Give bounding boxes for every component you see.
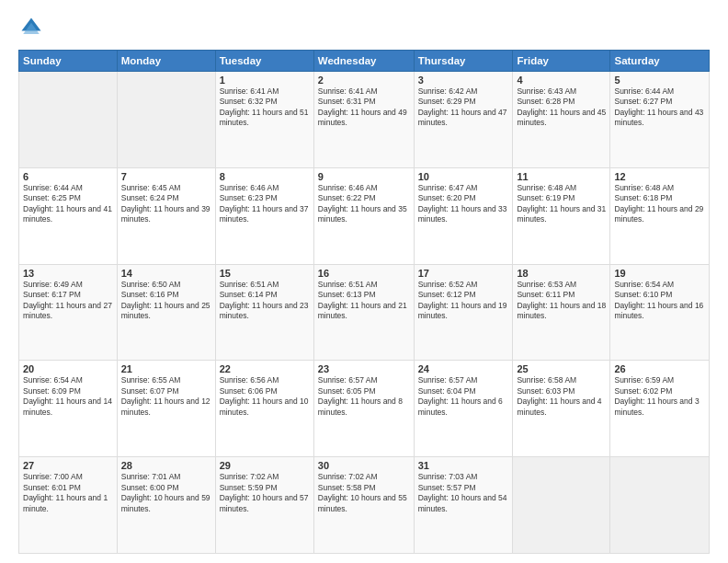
- weekday-header-sunday: Sunday: [19, 51, 118, 72]
- day-number: 16: [318, 268, 410, 279]
- day-number: 21: [121, 363, 211, 374]
- day-info: Sunrise: 7:00 AM Sunset: 6:01 PM Dayligh…: [23, 472, 113, 514]
- day-number: 31: [418, 460, 509, 471]
- day-number: 19: [614, 268, 705, 279]
- calendar-cell: 7Sunrise: 6:45 AM Sunset: 6:24 PM Daylig…: [117, 167, 215, 264]
- calendar-cell: 8Sunrise: 6:46 AM Sunset: 6:23 PM Daylig…: [215, 167, 313, 264]
- day-info: Sunrise: 6:51 AM Sunset: 6:14 PM Dayligh…: [220, 280, 310, 322]
- logo: [18, 15, 48, 40]
- day-info: Sunrise: 6:44 AM Sunset: 6:25 PM Dayligh…: [23, 183, 113, 225]
- calendar-cell: 11Sunrise: 6:48 AM Sunset: 6:19 PM Dayli…: [513, 167, 610, 264]
- calendar-cell: [513, 457, 610, 554]
- calendar-cell: 30Sunrise: 7:02 AM Sunset: 5:58 PM Dayli…: [313, 457, 414, 554]
- calendar-cell: 20Sunrise: 6:54 AM Sunset: 6:09 PM Dayli…: [19, 361, 118, 457]
- day-number: 5: [614, 75, 705, 86]
- calendar-cell: 2Sunrise: 6:41 AM Sunset: 6:31 PM Daylig…: [313, 72, 414, 168]
- calendar-cell: [19, 72, 118, 168]
- day-info: Sunrise: 6:48 AM Sunset: 6:19 PM Dayligh…: [517, 183, 606, 225]
- day-info: Sunrise: 6:59 AM Sunset: 6:02 PM Dayligh…: [614, 375, 705, 418]
- calendar-week-5: 27Sunrise: 7:00 AM Sunset: 6:01 PM Dayli…: [19, 457, 710, 554]
- calendar-cell: 13Sunrise: 6:49 AM Sunset: 6:17 PM Dayli…: [19, 264, 118, 361]
- day-info: Sunrise: 7:02 AM Sunset: 5:58 PM Dayligh…: [318, 472, 410, 514]
- day-info: Sunrise: 6:46 AM Sunset: 6:23 PM Dayligh…: [220, 183, 310, 225]
- day-number: 12: [614, 171, 705, 182]
- calendar-cell: [117, 72, 215, 168]
- calendar-cell: 10Sunrise: 6:47 AM Sunset: 6:20 PM Dayli…: [414, 167, 513, 264]
- day-info: Sunrise: 6:45 AM Sunset: 6:24 PM Dayligh…: [121, 183, 211, 225]
- calendar-cell: 9Sunrise: 6:46 AM Sunset: 6:22 PM Daylig…: [313, 167, 414, 264]
- day-number: 15: [220, 268, 310, 279]
- day-number: 29: [220, 460, 310, 471]
- day-number: 30: [318, 460, 410, 471]
- day-number: 4: [517, 75, 606, 86]
- day-info: Sunrise: 7:01 AM Sunset: 6:00 PM Dayligh…: [121, 472, 211, 514]
- calendar-cell: 17Sunrise: 6:52 AM Sunset: 6:12 PM Dayli…: [414, 264, 513, 361]
- day-number: 25: [517, 363, 606, 374]
- calendar-cell: 28Sunrise: 7:01 AM Sunset: 6:00 PM Dayli…: [117, 457, 215, 554]
- calendar-cell: 3Sunrise: 6:42 AM Sunset: 6:29 PM Daylig…: [414, 72, 513, 168]
- calendar-week-2: 6Sunrise: 6:44 AM Sunset: 6:25 PM Daylig…: [19, 167, 710, 264]
- calendar-week-1: 1Sunrise: 6:41 AM Sunset: 6:32 PM Daylig…: [19, 72, 710, 168]
- day-number: 23: [318, 363, 410, 374]
- day-number: 28: [121, 460, 211, 471]
- weekday-header-thursday: Thursday: [414, 51, 513, 72]
- calendar-cell: 14Sunrise: 6:50 AM Sunset: 6:16 PM Dayli…: [117, 264, 215, 361]
- calendar-cell: 5Sunrise: 6:44 AM Sunset: 6:27 PM Daylig…: [610, 72, 710, 168]
- day-number: 8: [220, 171, 310, 182]
- day-info: Sunrise: 6:47 AM Sunset: 6:20 PM Dayligh…: [418, 183, 509, 225]
- calendar-cell: 15Sunrise: 6:51 AM Sunset: 6:14 PM Dayli…: [215, 264, 313, 361]
- day-info: Sunrise: 6:55 AM Sunset: 6:07 PM Dayligh…: [121, 375, 211, 418]
- day-number: 13: [23, 268, 113, 279]
- day-number: 20: [23, 363, 113, 374]
- day-number: 17: [418, 268, 509, 279]
- day-info: Sunrise: 6:51 AM Sunset: 6:13 PM Dayligh…: [318, 280, 410, 322]
- calendar-cell: 21Sunrise: 6:55 AM Sunset: 6:07 PM Dayli…: [117, 361, 215, 457]
- calendar-header: SundayMondayTuesdayWednesdayThursdayFrid…: [19, 51, 710, 72]
- day-info: Sunrise: 6:43 AM Sunset: 6:28 PM Dayligh…: [517, 86, 606, 129]
- day-number: 26: [614, 363, 705, 374]
- day-info: Sunrise: 6:52 AM Sunset: 6:12 PM Dayligh…: [418, 280, 509, 322]
- day-number: 9: [318, 171, 410, 182]
- day-number: 11: [517, 171, 606, 182]
- day-number: 18: [517, 268, 606, 279]
- calendar-cell: 12Sunrise: 6:48 AM Sunset: 6:18 PM Dayli…: [610, 167, 710, 264]
- weekday-header-friday: Friday: [513, 51, 610, 72]
- day-info: Sunrise: 6:57 AM Sunset: 6:05 PM Dayligh…: [318, 375, 410, 418]
- calendar-cell: 24Sunrise: 6:57 AM Sunset: 6:04 PM Dayli…: [414, 361, 513, 457]
- calendar-cell: 16Sunrise: 6:51 AM Sunset: 6:13 PM Dayli…: [313, 264, 414, 361]
- calendar-cell: 23Sunrise: 6:57 AM Sunset: 6:05 PM Dayli…: [313, 361, 414, 457]
- calendar-table: SundayMondayTuesdayWednesdayThursdayFrid…: [18, 50, 710, 554]
- calendar-cell: [610, 457, 710, 554]
- calendar-cell: 29Sunrise: 7:02 AM Sunset: 5:59 PM Dayli…: [215, 457, 313, 554]
- calendar-cell: 18Sunrise: 6:53 AM Sunset: 6:11 PM Dayli…: [513, 264, 610, 361]
- day-info: Sunrise: 6:50 AM Sunset: 6:16 PM Dayligh…: [121, 280, 211, 322]
- calendar-cell: 1Sunrise: 6:41 AM Sunset: 6:32 PM Daylig…: [215, 72, 313, 168]
- weekday-header-tuesday: Tuesday: [215, 51, 313, 72]
- day-info: Sunrise: 6:41 AM Sunset: 6:32 PM Dayligh…: [220, 86, 310, 129]
- calendar-cell: 27Sunrise: 7:00 AM Sunset: 6:01 PM Dayli…: [19, 457, 118, 554]
- calendar-cell: 19Sunrise: 6:54 AM Sunset: 6:10 PM Dayli…: [610, 264, 710, 361]
- day-info: Sunrise: 6:41 AM Sunset: 6:31 PM Dayligh…: [318, 86, 410, 129]
- weekday-row: SundayMondayTuesdayWednesdayThursdayFrid…: [19, 51, 710, 72]
- day-info: Sunrise: 6:49 AM Sunset: 6:17 PM Dayligh…: [23, 280, 113, 322]
- day-number: 22: [220, 363, 310, 374]
- calendar-week-3: 13Sunrise: 6:49 AM Sunset: 6:17 PM Dayli…: [19, 264, 710, 361]
- calendar-page: SundayMondayTuesdayWednesdayThursdayFrid…: [0, 0, 728, 563]
- day-info: Sunrise: 6:44 AM Sunset: 6:27 PM Dayligh…: [614, 86, 705, 129]
- day-info: Sunrise: 6:56 AM Sunset: 6:06 PM Dayligh…: [220, 375, 310, 418]
- day-number: 3: [418, 75, 509, 86]
- day-number: 1: [220, 75, 310, 86]
- calendar-body: 1Sunrise: 6:41 AM Sunset: 6:32 PM Daylig…: [19, 72, 710, 554]
- day-info: Sunrise: 6:46 AM Sunset: 6:22 PM Dayligh…: [318, 183, 410, 225]
- calendar-cell: 25Sunrise: 6:58 AM Sunset: 6:03 PM Dayli…: [513, 361, 610, 457]
- day-number: 7: [121, 171, 211, 182]
- day-info: Sunrise: 6:53 AM Sunset: 6:11 PM Dayligh…: [517, 280, 606, 322]
- day-number: 14: [121, 268, 211, 279]
- calendar-week-4: 20Sunrise: 6:54 AM Sunset: 6:09 PM Dayli…: [19, 361, 710, 457]
- day-info: Sunrise: 6:57 AM Sunset: 6:04 PM Dayligh…: [418, 375, 509, 418]
- weekday-header-wednesday: Wednesday: [313, 51, 414, 72]
- day-info: Sunrise: 6:48 AM Sunset: 6:18 PM Dayligh…: [614, 183, 705, 225]
- weekday-header-saturday: Saturday: [610, 51, 710, 72]
- calendar-cell: 6Sunrise: 6:44 AM Sunset: 6:25 PM Daylig…: [19, 167, 118, 264]
- calendar-cell: 31Sunrise: 7:03 AM Sunset: 5:57 PM Dayli…: [414, 457, 513, 554]
